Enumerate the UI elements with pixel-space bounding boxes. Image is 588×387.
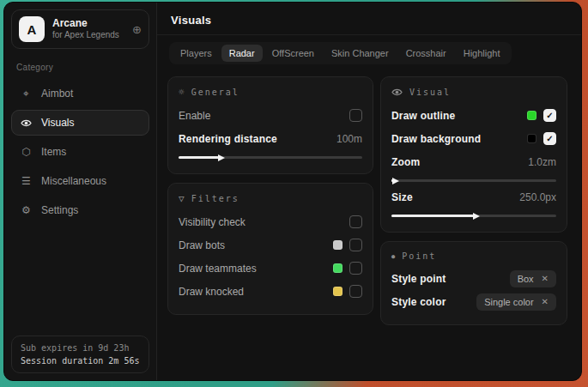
target-icon[interactable]: ⊕ <box>132 23 142 36</box>
draw-outline-color-swatch[interactable] <box>527 111 536 120</box>
style-color-row: Style color Single color ✕ <box>391 292 556 311</box>
rendering-distance-label: Rendering distance <box>179 133 277 145</box>
general-icon: ☼ <box>179 87 185 98</box>
sidebar-item-miscellaneous[interactable]: ☰ Miscellaneous <box>11 168 149 194</box>
point-icon: ● <box>391 253 395 260</box>
close-icon[interactable]: ✕ <box>542 274 549 283</box>
panel-title: General <box>191 88 239 97</box>
draw-bots-checkbox[interactable] <box>349 239 362 251</box>
panel-title: Point <box>402 251 436 261</box>
draw-teammates-checkbox[interactable] <box>349 262 362 275</box>
tab-players[interactable]: Players <box>173 45 220 62</box>
funnel-icon: ▽ <box>179 193 185 204</box>
sidebar-item-label: Items <box>41 146 66 158</box>
sub-expires-text: Sub expires in 9d 23h <box>21 343 140 353</box>
draw-background-row: Draw background <box>391 129 556 148</box>
panel-title: Visual <box>409 88 451 97</box>
draw-background-color-swatch[interactable] <box>527 134 536 143</box>
tab-offscreen[interactable]: OffScreen <box>264 45 322 62</box>
session-duration-text: Session duration 2m 56s <box>21 356 140 366</box>
sidebar-item-label: Miscellaneous <box>41 175 106 187</box>
panel-title: Filters <box>191 194 239 203</box>
gear-icon: ⚙ <box>20 204 33 216</box>
sidebar-item-label: Aimbot <box>41 88 73 100</box>
cube-icon: ⬡ <box>20 146 33 158</box>
tab-crosshair[interactable]: Crosshair <box>398 45 454 62</box>
app-subtitle: for Apex Legends <box>52 30 124 41</box>
size-row: Size 250.0px <box>391 187 556 207</box>
subscription-info-card: Sub expires in 9d 23h Session duration 2… <box>11 336 149 373</box>
crosshair-icon: ⌖ <box>20 88 33 100</box>
page-title: Visuals <box>171 14 567 27</box>
size-value: 250.0px <box>519 191 556 203</box>
draw-knocked-checkbox[interactable] <box>349 285 362 298</box>
enable-checkbox[interactable] <box>349 109 362 122</box>
size-label: Size <box>391 191 413 203</box>
eye-icon <box>391 87 403 98</box>
draw-teammates-row: Draw teammates <box>179 258 362 278</box>
visuals-tab-bar: Players Radar OffScreen Skin Changer Cro… <box>169 42 512 64</box>
general-panel: ☼ General Enable Rendering distance 100m <box>167 76 373 174</box>
tab-skin-changer[interactable]: Skin Changer <box>324 45 397 62</box>
zoom-row: Zoom 1.0zm <box>391 152 556 172</box>
tab-radar[interactable]: Radar <box>221 45 263 62</box>
visual-panel: Visual Draw outline Draw background <box>380 76 567 233</box>
slider-thumb[interactable] <box>473 213 480 220</box>
sidebar-item-items[interactable]: ⬡ Items <box>11 139 149 165</box>
draw-outline-row: Draw outline <box>391 106 556 125</box>
draw-bots-row: Draw bots <box>179 235 362 255</box>
app-name: Arcane <box>52 17 124 30</box>
draw-bots-color-swatch[interactable] <box>333 240 342 250</box>
sidebar-item-visuals[interactable]: Visuals <box>11 110 149 136</box>
brand-card: A Arcane for Apex Legends ⊕ <box>11 9 149 49</box>
draw-background-checkbox[interactable] <box>543 132 556 145</box>
eye-icon <box>20 118 33 129</box>
draw-outline-checkbox[interactable] <box>543 109 556 122</box>
sidebar-item-aimbot[interactable]: ⌖ Aimbot <box>11 81 149 106</box>
visibility-check-row: Visibility check <box>179 212 362 232</box>
rendering-distance-slider[interactable] <box>179 156 362 159</box>
style-color-label: Style color <box>391 296 446 308</box>
sidebar-item-label: Settings <box>41 204 78 216</box>
zoom-value: 1.0zm <box>528 156 556 168</box>
zoom-slider[interactable] <box>391 179 556 182</box>
tab-highlight[interactable]: Highlight <box>456 45 508 62</box>
sliders-icon: ☰ <box>20 175 33 187</box>
enable-row: Enable <box>179 106 362 125</box>
filters-panel: ▽ Filters Visibility check Draw bots <box>167 183 373 315</box>
slider-thumb[interactable] <box>218 154 225 161</box>
visibility-check-checkbox[interactable] <box>349 215 362 228</box>
zoom-label: Zoom <box>391 156 420 168</box>
draw-knocked-color-swatch[interactable] <box>333 287 342 296</box>
rendering-distance-row: Rendering distance 100m <box>179 129 362 148</box>
app-logo: A <box>19 16 45 42</box>
rendering-distance-value: 100m <box>336 133 362 145</box>
sidebar-item-settings[interactable]: ⚙ Settings <box>11 197 149 223</box>
draw-knocked-row: Draw knocked <box>179 281 362 301</box>
main-header: Visuals <box>157 3 581 35</box>
slider-thumb[interactable] <box>392 178 399 184</box>
app-window: A Arcane for Apex Legends ⊕ Category ⌖ A… <box>3 2 582 381</box>
enable-label: Enable <box>179 110 210 122</box>
sidebar-item-label: Visuals <box>41 117 74 129</box>
style-color-chip-value: Single color <box>484 297 533 307</box>
main-area: Visuals Players Radar OffScreen Skin Cha… <box>157 3 581 380</box>
sidebar: A Arcane for Apex Legends ⊕ Category ⌖ A… <box>4 3 157 380</box>
style-point-row: Style point Box ✕ <box>391 269 556 288</box>
style-point-label: Style point <box>391 273 446 285</box>
size-slider[interactable] <box>391 215 556 217</box>
style-point-chip-value: Box <box>518 274 534 284</box>
close-icon[interactable]: ✕ <box>542 297 549 306</box>
category-label: Category <box>16 63 144 72</box>
draw-teammates-color-swatch[interactable] <box>333 263 342 273</box>
style-point-select[interactable]: Box ✕ <box>510 270 556 287</box>
point-panel: ● Point Style point Box ✕ Style color S <box>380 241 567 325</box>
style-color-select[interactable]: Single color ✕ <box>476 293 556 311</box>
